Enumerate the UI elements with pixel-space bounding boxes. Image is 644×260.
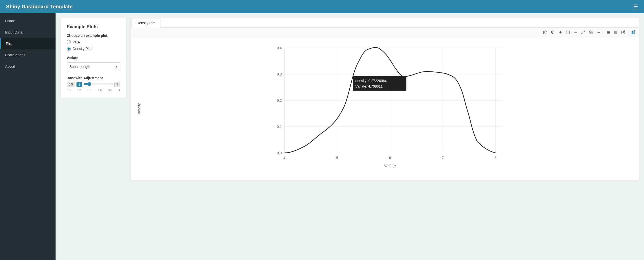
slider-ticks: 0.5 1.2 1.9 2.6 3.3 4 [67,89,120,92]
bandwidth-section: Bandwith Adjustment 0.5 1 4 0.5 1.2 1.9 … [67,76,120,92]
svg-rect-22 [634,31,635,34]
y-axis-label: density [137,103,141,114]
svg-text:0.4: 0.4 [277,46,282,50]
menu-icon[interactable]: ☰ [633,4,638,10]
sidebar-item-correlations[interactable]: Correlations [0,49,56,61]
left-panel: Example Plots Choose an example plot: PC… [61,18,126,98]
density-chart: 0.4 0.3 0.2 0.1 0.0 4 5 6 7 8 [144,40,634,171]
main-content: Example Plots Choose an example plot: PC… [56,13,644,260]
svg-rect-16 [607,33,610,33]
svg-text:5: 5 [336,156,338,160]
svg-line-10 [582,33,583,34]
toolbar-divider [603,30,603,35]
svg-line-2 [554,33,554,34]
sidebar-item-about[interactable]: About [0,61,56,72]
plot-choice-label: Choose an example plot: [67,34,120,38]
svg-rect-7 [566,31,570,34]
radio-density-label: Density Plot [73,47,92,51]
sidebar-item-plot[interactable]: Plot [0,38,56,49]
bandwidth-label: Bandwith Adjustment [67,76,120,80]
plot-toolbar [131,28,639,37]
svg-text:density: 0.27226064: density: 0.27226064 [355,79,387,83]
sidebar: Home Input Data Plot Correlations About [0,13,56,260]
svg-point-11 [597,32,597,33]
variate-select[interactable]: Sepal.Length Sepal.Width Petal.Length Pe… [67,62,120,71]
bandwidth-min-badge: 0.5 [67,82,75,87]
radio-density-input[interactable] [67,47,71,51]
radio-pca-label: PCA [73,40,80,44]
svg-text:0.0: 0.0 [277,151,282,155]
variate-section: Variate Sepal.Length Sepal.Width Petal.L… [67,56,120,71]
svg-text:7: 7 [442,156,444,160]
svg-text:4: 4 [284,156,286,160]
svg-point-12 [598,32,599,33]
toolbar-minus[interactable] [572,29,579,36]
svg-rect-21 [633,31,633,34]
variate-label: Variate [67,56,120,60]
svg-text:0.2: 0.2 [277,99,282,102]
svg-rect-20 [631,32,632,34]
app-title: Shiny Dashboard Template [6,4,73,10]
toolbar-divider-2 [628,30,628,35]
svg-rect-44 [353,76,406,91]
toolbar-fullscreen[interactable] [580,29,586,36]
svg-text:0.3: 0.3 [277,72,282,76]
sidebar-item-home[interactable]: Home [0,15,56,27]
svg-rect-14 [607,31,610,31]
toolbar-zoom[interactable] [550,29,556,36]
radio-density[interactable]: Density Plot [67,47,120,51]
sidebar-item-input-data[interactable]: Input Data [0,27,56,38]
radio-pca[interactable]: PCA [67,40,120,44]
toolbar-chart[interactable] [630,29,636,36]
svg-text:0.1: 0.1 [277,125,282,129]
tab-density-plot[interactable]: Density Plot [131,18,161,28]
plot-tabs: Density Plot [131,18,639,28]
body-layout: Home Input Data Plot Correlations About … [0,13,644,260]
toolbar-edit[interactable] [620,29,627,36]
toolbar-home[interactable] [587,29,594,36]
radio-pca-input[interactable] [67,40,71,44]
toolbar-camera[interactable] [542,29,549,36]
svg-text:Variate: 4.708611: Variate: 4.708611 [355,85,383,88]
panel-title: Example Plots [67,24,120,30]
svg-line-9 [583,31,585,32]
toolbar-box-select[interactable] [565,29,571,36]
svg-point-13 [599,32,600,33]
svg-text:6: 6 [389,156,391,160]
variate-select-wrapper: Sepal.Length Sepal.Width Petal.Length Pe… [67,62,120,71]
bandwidth-current-badge: 1 [76,82,82,87]
svg-point-0 [545,32,546,33]
app-header: Shiny Dashboard Template ☰ [0,0,644,13]
bandwidth-controls: 0.5 1 4 [67,82,120,87]
svg-text:8: 8 [495,156,497,160]
svg-rect-15 [607,32,610,33]
slider-wrapper [84,82,113,87]
toolbar-lines[interactable] [612,29,619,36]
plot-radio-group: PCA Density Plot [67,40,120,51]
bandwidth-max-badge: 4 [114,82,120,87]
plot-area: density 0.4 0.3 [131,37,639,180]
toolbar-drag[interactable] [605,29,611,36]
toolbar-more[interactable] [595,29,602,36]
svg-text:Variate: Variate [384,164,396,168]
toolbar-plus[interactable] [557,29,564,36]
right-panel: Density Plot [131,18,639,180]
bandwidth-slider[interactable] [84,82,113,86]
